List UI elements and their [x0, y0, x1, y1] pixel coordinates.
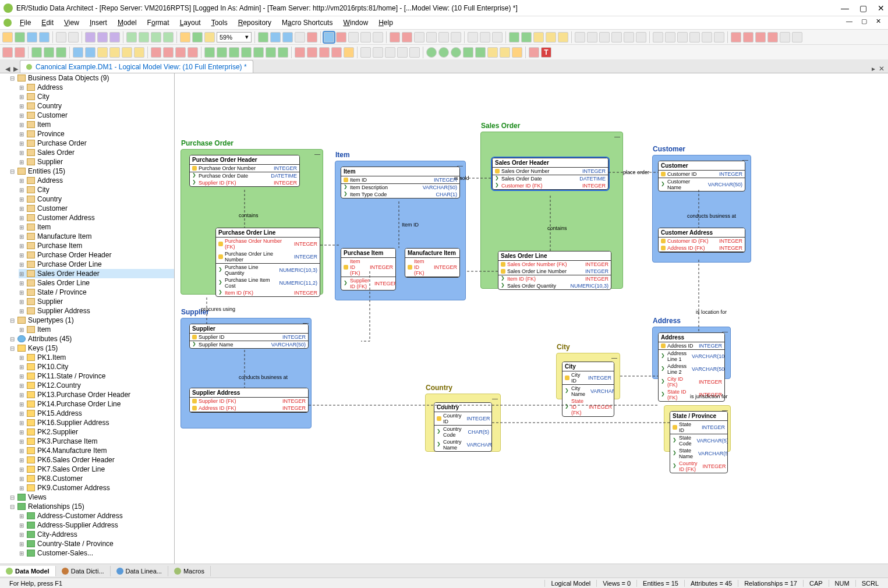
t2-a[interactable]: [2, 47, 13, 58]
menu-view[interactable]: View: [59, 17, 84, 28]
tree-item[interactable]: ⊞City-Address: [19, 530, 174, 539]
t2-x[interactable]: [307, 47, 317, 58]
tree-item[interactable]: ⊞State / Province: [19, 288, 174, 297]
color-icon[interactable]: [529, 47, 539, 58]
checkin-icon[interactable]: [139, 32, 149, 42]
t2-af[interactable]: [409, 47, 420, 58]
entity-custaddr[interactable]: Customer AddressCustomer ID (FK)INTEGERA…: [658, 228, 745, 253]
tool-e[interactable]: [438, 32, 449, 42]
shape-note-icon[interactable]: [487, 47, 498, 58]
shape-roundrect-icon[interactable]: [451, 47, 461, 58]
t2-q[interactable]: [217, 47, 227, 58]
t2-w[interactable]: [295, 47, 305, 58]
t2-k[interactable]: [134, 47, 144, 58]
t2-i[interactable]: [109, 47, 120, 58]
tool-n[interactable]: [558, 32, 568, 42]
entity-sup[interactable]: SupplierSupplier IDINTEGERSupplier NameV…: [189, 324, 309, 349]
t2-ae[interactable]: [397, 47, 408, 58]
tree-item[interactable]: ⊞Address: [19, 176, 174, 185]
tool-d[interactable]: [426, 32, 437, 42]
menu-insert[interactable]: Insert: [85, 17, 112, 28]
tree-item[interactable]: ⊞PK4.Manufacture Item: [19, 446, 174, 455]
zoom-combo[interactable]: 59%▾: [217, 32, 252, 42]
tree-item[interactable]: ⊞Customer Address: [19, 213, 174, 222]
tree-item[interactable]: ⊞PK16.Supplier Address: [19, 418, 174, 427]
tree-item[interactable]: ⊞City: [19, 92, 174, 101]
tree-item[interactable]: ⊞Supplier: [19, 297, 174, 306]
tool-h[interactable]: [480, 32, 490, 42]
tree-item[interactable]: ⊞Purchase Item: [19, 241, 174, 250]
t2-t[interactable]: [253, 47, 264, 58]
tree-item[interactable]: ⊞Country: [19, 101, 174, 111]
tab-data-dictionary[interactable]: Data Dicti...: [56, 566, 111, 576]
t2-v[interactable]: [278, 47, 288, 58]
tree-item[interactable]: ⊞Country: [19, 194, 174, 204]
tree-item[interactable]: ⊞City: [19, 185, 174, 194]
tree-group[interactable]: ⊟Supertypes (1): [9, 316, 174, 325]
tree-item[interactable]: ⊞Sales Order: [19, 148, 174, 157]
tree-item[interactable]: ⊞Purchase Order: [19, 139, 174, 148]
t2-d[interactable]: [44, 47, 54, 58]
tree-item[interactable]: ⊞Sales Order Line: [19, 278, 174, 288]
tree-group[interactable]: ⊟Keys (15): [9, 343, 174, 353]
hand-icon[interactable]: [336, 32, 346, 42]
tool-j[interactable]: [509, 32, 519, 42]
shape-attach-icon[interactable]: [512, 47, 522, 58]
zoom-fit-icon[interactable]: [373, 32, 383, 42]
tabs-prev[interactable]: ◀: [3, 65, 12, 73]
t2-z[interactable]: [331, 47, 342, 58]
save-icon[interactable]: [27, 32, 37, 42]
tree-item[interactable]: ⊞Customer: [19, 204, 174, 213]
tree-item[interactable]: ⊞PK10.City: [19, 362, 174, 371]
shape-image-icon[interactable]: [500, 47, 510, 58]
repo-icon[interactable]: [126, 32, 137, 42]
menu-repository[interactable]: Repository: [234, 17, 276, 28]
tool-a[interactable]: [390, 32, 400, 42]
t2-g[interactable]: [85, 47, 95, 58]
maximize-button[interactable]: ▢: [859, 3, 867, 13]
misc1-icon[interactable]: [731, 32, 741, 42]
t2-l[interactable]: [151, 47, 161, 58]
zoom-out-icon[interactable]: [360, 32, 371, 42]
menu-layout[interactable]: Layout: [175, 17, 206, 28]
entity-item[interactable]: ItemItem IDINTEGERItem DescriptionVARCHA…: [341, 167, 460, 199]
tool-b[interactable]: [402, 32, 412, 42]
entity-soh[interactable]: Sales Order HeaderSales Order NumberINTE…: [492, 158, 608, 190]
text-tool-icon[interactable]: T: [541, 47, 551, 58]
tree-item[interactable]: ⊞Item: [19, 222, 174, 232]
t2-b[interactable]: [15, 47, 25, 58]
entity-cust[interactable]: CustomerCustomer IDINTEGERCustomer NameV…: [658, 161, 745, 192]
tree-group[interactable]: ⊟Entities (15): [9, 167, 174, 176]
menu-macro[interactable]: Macro Shortcuts: [277, 17, 337, 28]
tab-data-lineage[interactable]: Data Linea...: [111, 566, 168, 576]
tool-f[interactable]: [451, 32, 461, 42]
menu-file[interactable]: File: [15, 17, 36, 28]
t2-ad[interactable]: [385, 47, 395, 58]
layout6-icon[interactable]: [636, 32, 646, 42]
tree-item[interactable]: ⊞PK14.Purchase Order Line: [19, 399, 174, 409]
cut-icon[interactable]: [85, 32, 95, 42]
tabs-next[interactable]: ▶: [12, 65, 20, 73]
tree-item[interactable]: ⊞PK13.Purchase Order Header: [19, 390, 174, 399]
tree-item[interactable]: ⊞PK9.Customer Address: [19, 483, 174, 493]
entity-country[interactable]: CountryCountry IDINTEGERCountry CodeCHAR…: [434, 402, 492, 452]
t2-s[interactable]: [241, 47, 252, 58]
t2-n[interactable]: [175, 47, 186, 58]
t2-ab[interactable]: [360, 47, 371, 58]
tree-item[interactable]: ⊞PK6.Sales Order Header: [19, 455, 174, 465]
shape-polyline-icon[interactable]: [475, 47, 486, 58]
close-button[interactable]: ✕: [878, 3, 885, 13]
tree-group[interactable]: ⊟Relationships (15): [9, 502, 174, 511]
tree-item[interactable]: ⊞PK8.Customer: [19, 474, 174, 483]
misc3-icon[interactable]: [755, 32, 766, 42]
tree-group[interactable]: ⊟Views: [9, 493, 174, 502]
tb-icon5[interactable]: [270, 32, 281, 42]
menu-format[interactable]: Format: [143, 17, 174, 28]
tree-item[interactable]: ⊞PK11.State / Province: [19, 371, 174, 381]
diagram-canvas[interactable]: Purchase Order—Item—Sales Order—Customer…: [175, 73, 888, 564]
entity-sol[interactable]: Sales Order LineSales Order Number (FK)I…: [498, 251, 611, 290]
layout5-icon[interactable]: [624, 32, 634, 42]
t2-m[interactable]: [163, 47, 174, 58]
tree-item[interactable]: ⊞PK15.Address: [19, 409, 174, 418]
tb-icon8[interactable]: [307, 32, 317, 42]
